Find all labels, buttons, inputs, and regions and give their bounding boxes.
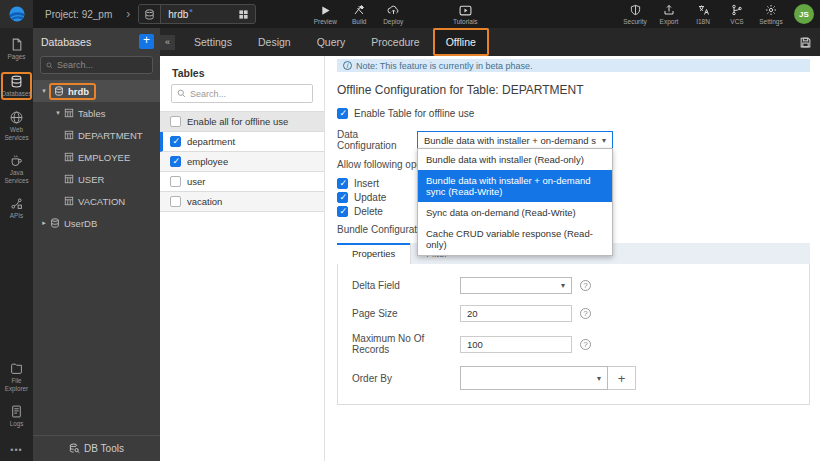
update-checkbox[interactable] — [337, 192, 348, 203]
data-configuration-row: Data Configuration Bundle data with inst… — [337, 129, 810, 151]
table-row-department[interactable]: department — [160, 132, 324, 152]
save-db-button[interactable] — [799, 36, 812, 49]
tree-node-table[interactable]: DEPARTMENT — [33, 124, 160, 146]
dropdown-option[interactable]: Cache CRUD variable response (Read-only) — [418, 223, 612, 255]
sidebar-item-java-services[interactable]: Java Services — [0, 152, 33, 186]
vacation-checkbox[interactable] — [170, 196, 181, 207]
add-order-by-button[interactable]: + — [608, 366, 636, 390]
tree-node-label: DEPARTMENT — [78, 130, 143, 141]
export-button[interactable]: Export — [652, 0, 686, 28]
table-icon — [64, 130, 74, 140]
dropdown-option[interactable]: Sync data on-demand (Read-Write) — [418, 202, 612, 223]
sidebar-item-web-services[interactable]: Web Services — [0, 109, 33, 143]
vcs-button[interactable]: VCS — [720, 0, 754, 28]
grid-view-icon[interactable] — [238, 9, 249, 20]
dropdown-option-selected[interactable]: Bundle data with installer + on-demand s… — [418, 170, 612, 202]
tree-expand-icon[interactable]: ▾ — [39, 87, 49, 95]
table-row-employee[interactable]: employee — [160, 152, 324, 172]
sidebar-item-apis[interactable]: APIs — [0, 195, 33, 222]
delta-field-label: Delta Field — [352, 280, 460, 291]
tree-node-label: USER — [78, 174, 104, 185]
tree-node-label: EMPLOYEE — [78, 152, 130, 163]
coffee-cup-icon — [10, 154, 23, 167]
collapse-panel-icon[interactable]: « — [160, 35, 175, 50]
tree-expand-icon[interactable]: ▾ — [53, 109, 63, 117]
table-row-vacation[interactable]: vacation — [160, 192, 324, 212]
tab-properties[interactable]: Properties — [337, 243, 411, 264]
app-logo[interactable] — [0, 0, 33, 28]
db-search-input[interactable] — [57, 60, 147, 70]
tree-node-userdb[interactable]: ▸ UserDB — [33, 212, 160, 234]
sidebar-item-pages[interactable]: Pages — [0, 36, 33, 63]
order-by-row: Order By ▾ + — [352, 366, 809, 390]
sidebar-item-file-explorer[interactable]: File Explorer — [0, 360, 33, 394]
i18n-button[interactable]: I18N — [686, 0, 720, 28]
tables-search-input[interactable] — [190, 89, 300, 99]
db-search-box[interactable] — [40, 56, 153, 74]
tab-query[interactable]: Query — [304, 28, 359, 56]
tab-design[interactable]: Design — [245, 28, 304, 56]
employee-checkbox[interactable] — [170, 156, 181, 167]
delete-checkbox[interactable] — [337, 206, 348, 217]
tree-expand-icon[interactable]: ▸ — [39, 219, 49, 227]
caret-down-icon: ▾ — [561, 281, 565, 290]
enable-table-label: Enable Table for offline use — [354, 108, 474, 119]
tutorials-button[interactable]: Tutorials — [448, 0, 482, 28]
table-row-user[interactable]: user — [160, 172, 324, 192]
db-selector[interactable]: hrdb * — [138, 4, 256, 24]
play-icon — [320, 4, 331, 17]
tree-node-table[interactable]: USER — [33, 168, 160, 190]
tab-offline[interactable]: Offline — [433, 28, 489, 56]
help-icon[interactable]: ? — [580, 308, 591, 319]
tree-node-hrdb[interactable]: ▾ hrdb — [33, 80, 160, 102]
tab-procedure[interactable]: Procedure — [358, 28, 432, 56]
enable-all-row[interactable]: Enable all for offline use — [160, 112, 324, 132]
tree-node-table[interactable]: EMPLOYEE — [33, 146, 160, 168]
build-button[interactable]: Build — [342, 0, 376, 28]
sidebar-item-databases[interactable]: Databases — [1, 72, 32, 101]
databases-panel-title: Databases — [41, 36, 139, 48]
dropdown-option[interactable]: Bundle data with installer (Read-only) — [418, 149, 612, 170]
preview-button[interactable]: Preview — [308, 0, 342, 28]
enable-all-checkbox[interactable] — [170, 116, 181, 127]
delta-field-select[interactable]: ▾ — [460, 277, 572, 294]
page-icon — [10, 38, 23, 51]
order-by-label: Order By — [352, 373, 460, 384]
settings-button[interactable]: Settings — [754, 0, 788, 28]
user-avatar[interactable]: JS — [794, 4, 814, 24]
db-tools-label: DB Tools — [84, 443, 124, 454]
tree-node-table[interactable]: VACATION — [33, 190, 160, 212]
unsaved-indicator: * — [189, 7, 193, 17]
help-icon[interactable]: ? — [580, 339, 591, 350]
enable-table-row[interactable]: Enable Table for offline use — [337, 108, 810, 119]
data-configuration-label: Data Configuration — [337, 129, 417, 151]
table-row-label: user — [187, 176, 205, 187]
deploy-button[interactable]: Deploy — [376, 0, 410, 28]
user-checkbox[interactable] — [170, 176, 181, 187]
tab-settings[interactable]: Settings — [181, 28, 245, 56]
data-configuration-select[interactable]: Bundle data with installer + on-demand s… — [417, 131, 613, 149]
db-tools-button[interactable]: DB Tools — [33, 435, 160, 461]
search-icon — [46, 61, 53, 70]
editor-tab-bar: « Settings Design Query Procedure Offlin… — [160, 28, 820, 56]
tree-node-tables[interactable]: ▾ Tables — [33, 102, 160, 124]
tables-search-box[interactable] — [171, 84, 313, 103]
wavemaker-logo-icon — [8, 5, 26, 23]
insert-checkbox[interactable] — [337, 178, 348, 189]
delete-label: Delete — [354, 206, 383, 217]
enable-table-checkbox[interactable] — [337, 108, 348, 119]
caret-down-icon: ▾ — [597, 374, 601, 383]
sidebar-item-logs[interactable]: Logs — [0, 403, 33, 430]
info-icon: i — [343, 61, 352, 70]
max-records-input[interactable] — [460, 336, 572, 353]
order-by-select[interactable]: ▾ — [460, 366, 608, 390]
department-checkbox[interactable] — [170, 136, 181, 147]
add-database-button[interactable]: + — [139, 34, 154, 49]
security-button[interactable]: Security — [618, 0, 652, 28]
api-nodes-icon — [10, 197, 23, 210]
page-size-input[interactable] — [460, 305, 572, 322]
database-icon — [139, 5, 161, 23]
more-options-icon[interactable]: ••• — [10, 445, 22, 455]
video-icon — [459, 4, 472, 17]
help-icon[interactable]: ? — [580, 280, 591, 291]
